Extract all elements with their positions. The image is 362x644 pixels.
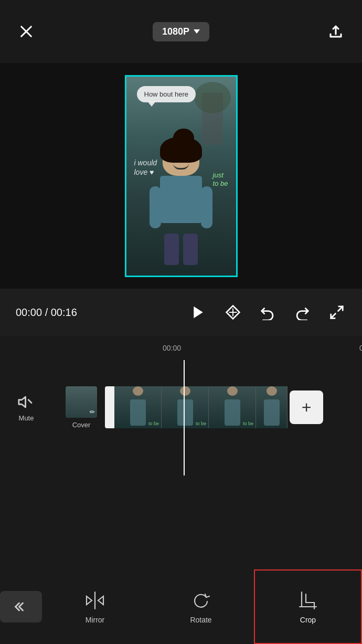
keyframe-button[interactable]	[223, 303, 242, 322]
rotate-button[interactable]: Rotate	[148, 569, 254, 644]
character-legs	[150, 234, 212, 265]
back-btn-inner	[0, 591, 42, 622]
redo-icon	[294, 304, 310, 320]
play-icon	[190, 304, 206, 320]
crop-label: Crop	[300, 616, 316, 624]
character-arm-right	[201, 186, 212, 228]
clip-label-2: to be	[196, 421, 206, 426]
time-separator: /	[45, 307, 51, 318]
timeline-ruler: 00:00 00:02	[0, 336, 362, 360]
clip-thumb-4	[256, 386, 288, 428]
fullscreen-icon	[329, 304, 345, 320]
undo-icon	[260, 304, 275, 320]
speech-bubble: How bout here	[137, 86, 196, 102]
clips-strip: to be to be to be	[114, 386, 288, 428]
character-arms	[150, 186, 212, 228]
cover-pencil-icon: ✏	[90, 408, 95, 416]
time-display: 00:00 / 00:16	[16, 307, 189, 319]
clip-char-head-1	[133, 386, 143, 396]
redo-button[interactable]	[293, 303, 312, 322]
svg-line-8	[28, 399, 31, 403]
clip-char-body-3	[225, 399, 240, 426]
play-button[interactable]	[189, 303, 208, 322]
svg-marker-7	[19, 397, 26, 407]
control-icons	[189, 303, 346, 322]
clip-char-body-1	[130, 399, 146, 426]
crop-button[interactable]: Crop	[254, 569, 362, 644]
mirror-icon-wrap	[84, 589, 106, 611]
clip-char-body-2	[177, 399, 193, 426]
timeline-area: Mute ✏ Cover to be	[0, 360, 362, 455]
svg-marker-2	[194, 307, 203, 319]
time-total: 00:16	[51, 307, 77, 318]
clip-thumb-2: to be	[162, 386, 209, 428]
crop-icon	[297, 590, 318, 611]
character-leg-left	[164, 234, 179, 265]
ruler-marker-1: 00:00	[163, 344, 181, 352]
resolution-button[interactable]: 1080P	[153, 22, 209, 41]
export-button[interactable]	[324, 20, 347, 43]
cover-button[interactable]: ✏ Cover	[58, 386, 105, 429]
undo-button[interactable]	[258, 303, 277, 322]
clip-thumb-3: to be	[209, 386, 256, 428]
overlay-text-2: justto be	[213, 171, 228, 189]
rotate-icon-wrap	[190, 589, 212, 611]
clip-start-handle[interactable]	[105, 386, 114, 428]
cover-label: Cover	[72, 421, 91, 429]
clips-container: to be to be to be	[105, 386, 362, 428]
mute-button[interactable]: Mute	[0, 393, 52, 422]
resolution-label: 1080P	[162, 26, 189, 37]
chevron-down-icon	[194, 29, 200, 34]
bg-tree	[202, 92, 223, 145]
track-row: Mute ✏ Cover to be	[0, 381, 362, 434]
clip-char-head-3	[227, 386, 238, 396]
character-hair	[160, 136, 202, 163]
time-current: 00:00	[16, 307, 42, 318]
fullscreen-button[interactable]	[327, 303, 346, 322]
mirror-button[interactable]: Mirror	[42, 569, 148, 644]
header: 1080P	[0, 0, 362, 63]
character-head	[163, 144, 199, 176]
clip-label-3: to be	[243, 421, 253, 426]
rotate-icon	[190, 590, 211, 611]
clip-thumb-1: to be	[114, 386, 162, 428]
mirror-icon	[84, 590, 105, 611]
speech-bubble-text: How bout here	[144, 90, 189, 98]
character-arm-left	[150, 186, 161, 228]
back-icon	[14, 599, 28, 614]
clip-char-head-2	[180, 386, 190, 396]
export-icon	[328, 24, 344, 39]
clip-char-body-4	[264, 399, 280, 426]
bg-tree-top	[194, 82, 231, 113]
video-content: How bout here i wouldlove ♥ justto be	[126, 77, 236, 276]
video-frame: How bout here i wouldlove ♥ justto be	[125, 75, 238, 277]
bottom-toolbar: Mirror Rotate Crop	[0, 569, 362, 644]
mute-icon	[17, 393, 35, 411]
cover-thumbnail: ✏	[66, 386, 97, 418]
crop-icon-wrap	[297, 589, 319, 611]
character	[150, 144, 212, 260]
preview-area: How bout here i wouldlove ♥ justto be	[0, 63, 362, 289]
character-leg-right	[183, 234, 198, 265]
keyframe-icon	[225, 304, 241, 320]
close-icon	[19, 24, 34, 39]
character-smile	[173, 163, 189, 170]
back-button[interactable]	[0, 569, 42, 644]
clip-label-1: to be	[148, 421, 159, 426]
mirror-label: Mirror	[86, 616, 105, 624]
rotate-label: Rotate	[190, 616, 211, 624]
add-clip-icon: +	[302, 398, 312, 417]
clip-char-head-4	[267, 386, 277, 396]
ruler-marker-2: 00:02	[359, 344, 362, 352]
controls-bar: 00:00 / 00:16	[0, 289, 362, 336]
close-button[interactable]	[15, 20, 38, 43]
mute-label: Mute	[19, 414, 34, 422]
add-clip-button[interactable]: +	[290, 390, 323, 424]
